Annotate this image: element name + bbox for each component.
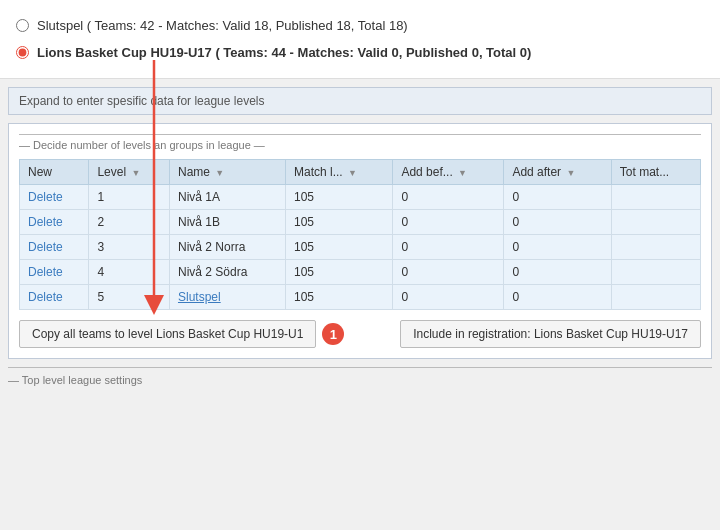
tot-mat-cell <box>611 260 700 285</box>
match-l-cell: 105 <box>286 210 393 235</box>
radio-slutspel[interactable] <box>16 19 29 32</box>
match-l-cell: 105 <box>286 285 393 310</box>
expand-section: Expand to enter spesific data for league… <box>8 87 712 115</box>
tot-mat-cell <box>611 235 700 260</box>
include-button[interactable]: Include in registration: Lions Basket Cu… <box>400 320 701 348</box>
badge-number: 1 <box>322 323 344 345</box>
table-row: Delete2Nivå 1B10500 <box>20 210 701 235</box>
competition-row-lions[interactable]: Lions Basket Cup HU19-U17 ( Teams: 44 - … <box>16 39 704 66</box>
add-after-cell: 0 <box>504 210 611 235</box>
name-cell: Nivå 1A <box>169 185 285 210</box>
add-after-cell: 0 <box>504 235 611 260</box>
delete-button[interactable]: Delete <box>20 285 89 310</box>
competition-label-slutspel: Slutspel ( Teams: 42 - Matches: Valid 18… <box>37 18 408 33</box>
table-row: Delete4Nivå 2 Södra10500 <box>20 260 701 285</box>
add-after-cell: 0 <box>504 260 611 285</box>
col-add-bef: Add bef... ▼ <box>393 160 504 185</box>
level-cell: 5 <box>89 285 170 310</box>
tot-mat-cell <box>611 185 700 210</box>
name-cell: Nivå 1B <box>169 210 285 235</box>
copy-button[interactable]: Copy all teams to level Lions Basket Cup… <box>19 320 316 348</box>
top-level-title: — Top level league settings <box>8 374 142 386</box>
match-l-cell: 105 <box>286 235 393 260</box>
col-new: New <box>20 160 89 185</box>
delete-button[interactable]: Delete <box>20 185 89 210</box>
add-after-cell: 0 <box>504 185 611 210</box>
match-l-cell: 105 <box>286 260 393 285</box>
main-card: — Decide number of levels an groups in l… <box>8 123 712 359</box>
col-level: Level ▼ <box>89 160 170 185</box>
delete-button[interactable]: Delete <box>20 235 89 260</box>
name-cell: Slutspel <box>169 285 285 310</box>
bottom-bar: Copy all teams to level Lions Basket Cup… <box>19 320 701 348</box>
col-add-after: Add after ▼ <box>504 160 611 185</box>
add-bef-cell: 0 <box>393 185 504 210</box>
competition-label-lions: Lions Basket Cup HU19-U17 ( Teams: 44 - … <box>37 45 531 60</box>
table-row: Delete1Nivå 1A10500 <box>20 185 701 210</box>
radio-lions[interactable] <box>16 46 29 59</box>
name-cell: Nivå 2 Norra <box>169 235 285 260</box>
level-cell: 4 <box>89 260 170 285</box>
expand-label: Expand to enter spesific data for league… <box>19 94 264 108</box>
levels-table: New Level ▼ Name ▼ Match l... ▼ Add bef.… <box>19 159 701 310</box>
section-title: — Decide number of levels an groups in l… <box>19 134 701 151</box>
add-after-cell: 0 <box>504 285 611 310</box>
name-cell: Nivå 2 Södra <box>169 260 285 285</box>
level-cell: 3 <box>89 235 170 260</box>
include-button-label: Include in registration: Lions Basket Cu… <box>413 327 688 341</box>
level-cell: 2 <box>89 210 170 235</box>
table-row: Delete3Nivå 2 Norra10500 <box>20 235 701 260</box>
copy-button-label: Copy all teams to level Lions Basket Cup… <box>32 327 303 341</box>
delete-button[interactable]: Delete <box>20 260 89 285</box>
table-row: Delete5Slutspel10500 <box>20 285 701 310</box>
col-name: Name ▼ <box>169 160 285 185</box>
match-l-cell: 105 <box>286 185 393 210</box>
col-tot-mat: Tot mat... <box>611 160 700 185</box>
add-bef-cell: 0 <box>393 285 504 310</box>
add-bef-cell: 0 <box>393 210 504 235</box>
col-match-l: Match l... ▼ <box>286 160 393 185</box>
tot-mat-cell <box>611 210 700 235</box>
add-bef-cell: 0 <box>393 260 504 285</box>
tot-mat-cell <box>611 285 700 310</box>
level-cell: 1 <box>89 185 170 210</box>
top-level-section: — Top level league settings <box>8 367 712 387</box>
copy-button-wrapper: Copy all teams to level Lions Basket Cup… <box>19 320 344 348</box>
add-bef-cell: 0 <box>393 235 504 260</box>
competition-row-slutspel[interactable]: Slutspel ( Teams: 42 - Matches: Valid 18… <box>16 12 704 39</box>
delete-button[interactable]: Delete <box>20 210 89 235</box>
